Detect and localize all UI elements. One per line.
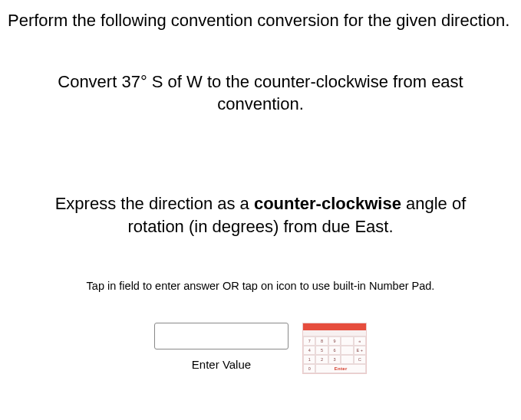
- numpad-key-back: «: [354, 336, 366, 346]
- numpad-key-0: 0: [303, 364, 315, 373]
- answer-prompt: Express the direction as a counter-clock…: [8, 192, 513, 238]
- input-hint: Tap in field to enter answer OR tap on i…: [8, 280, 513, 292]
- answer-input-label: Enter Value: [192, 358, 251, 371]
- numpad-subheader: [303, 330, 366, 336]
- numpad-keys-grid: 7 8 9 « 4 5 6 E + 1 2 3 C 0 Enter: [303, 336, 366, 373]
- numpad-key-clear: C: [354, 355, 366, 364]
- numpad-key-blank2: [341, 346, 353, 355]
- prompt-bold: counter-clockwise: [254, 194, 401, 213]
- numpad-key-4: 4: [303, 346, 315, 355]
- numpad-key-1: 1: [303, 355, 315, 364]
- numpad-key-enter: Enter: [315, 364, 366, 373]
- numpad-key-6: 6: [328, 346, 341, 355]
- numpad-key-blank3: [341, 355, 353, 364]
- problem-statement: Convert 37° S of W to the counter-clockw…: [8, 71, 513, 116]
- numpad-key-5: 5: [315, 346, 328, 355]
- numpad-key-8: 8: [315, 336, 328, 346]
- numpad-icon[interactable]: 7 8 9 « 4 5 6 E + 1 2 3 C 0 Enter: [302, 323, 367, 374]
- numpad-key-7: 7: [303, 336, 315, 346]
- answer-input-row: Enter Value 7 8 9 « 4 5 6 E + 1 2 3 C 0 …: [8, 323, 513, 374]
- answer-input-column: Enter Value: [154, 323, 289, 371]
- instruction-text: Perform the following convention convers…: [8, 9, 513, 32]
- numpad-key-2: 2: [315, 355, 328, 364]
- numpad-key-blank1: [341, 336, 353, 346]
- numpad-key-3: 3: [328, 355, 341, 364]
- numpad-header-bar: [303, 323, 366, 330]
- numpad-key-9: 9: [328, 336, 341, 346]
- answer-input[interactable]: [154, 323, 289, 349]
- prompt-pre: Express the direction as a: [55, 194, 254, 213]
- numpad-key-exp: E +: [354, 346, 366, 355]
